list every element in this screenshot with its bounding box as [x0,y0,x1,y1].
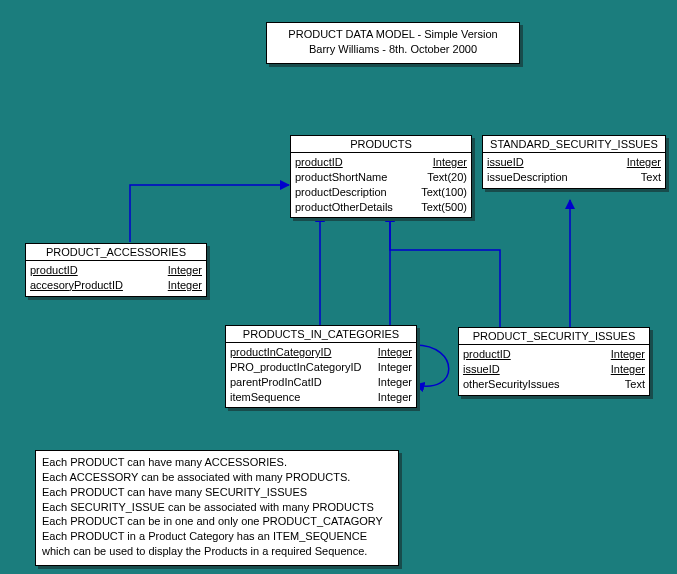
field-row: productIDInteger [463,347,645,362]
entity-body: productIDInteger accesoryProductIDIntege… [26,261,206,296]
field-row: PRO_productInCategoryIDInteger [230,360,412,375]
field-row: issueIDInteger [463,362,645,377]
field-row: productInCategoryIDInteger [230,345,412,360]
field-row: productOtherDetailsText(500) [295,200,467,215]
entity-header: STANDARD_SECURITY_ISSUES [483,136,665,153]
note-line: Each PRODUCT in a Product Category has a… [42,529,392,544]
entity-header: PRODUCT_ACCESSORIES [26,244,206,261]
field-row: accesoryProductIDInteger [30,278,202,293]
title-line1: PRODUCT DATA MODEL - Simple Version [273,27,513,42]
field-row: parentProdInCatIDInteger [230,375,412,390]
note-line: Each SECURITY_ISSUE can be associated wi… [42,500,392,515]
entity-header: PRODUCTS [291,136,471,153]
field-row: issueIDInteger [487,155,661,170]
entity-header: PRODUCTS_IN_CATEGORIES [226,326,416,343]
note-line: Each PRODUCT can have many ACCESSORIES. [42,455,392,470]
entity-products: PRODUCTS productIDInteger productShortNa… [290,135,472,218]
entity-body: productIDInteger issueIDInteger otherSec… [459,345,649,395]
entity-body: issueIDInteger issueDescriptionText [483,153,665,188]
field-row: productShortNameText(20) [295,170,467,185]
diagram-title: PRODUCT DATA MODEL - Simple Version Barr… [266,22,520,64]
field-row: productDescriptionText(100) [295,185,467,200]
entity-product-security-issues: PRODUCT_SECURITY_ISSUES productIDInteger… [458,327,650,396]
note-line: Each PRODUCT can have many SECURITY_ISSU… [42,485,392,500]
entity-standard-security-issues: STANDARD_SECURITY_ISSUES issueIDInteger … [482,135,666,189]
note-line: Each ACCESSORY can be associated with ma… [42,470,392,485]
title-line2: Barry Williams - 8th. October 2000 [273,42,513,57]
field-row: itemSequenceInteger [230,390,412,405]
note-line: which can be used to display the Product… [42,544,392,559]
field-row: issueDescriptionText [487,170,661,185]
entity-product-accessories: PRODUCT_ACCESSORIES productIDInteger acc… [25,243,207,297]
field-row: productIDInteger [295,155,467,170]
entity-body: productInCategoryIDInteger PRO_productIn… [226,343,416,407]
notes-box: Each PRODUCT can have many ACCESSORIES. … [35,450,399,566]
entity-header: PRODUCT_SECURITY_ISSUES [459,328,649,345]
field-row: productIDInteger [30,263,202,278]
field-row: otherSecurityIssuesText [463,377,645,392]
entity-products-in-categories: PRODUCTS_IN_CATEGORIES productInCategory… [225,325,417,408]
note-line: Each PRODUCT can be in one and only one … [42,514,392,529]
entity-body: productIDInteger productShortNameText(20… [291,153,471,217]
